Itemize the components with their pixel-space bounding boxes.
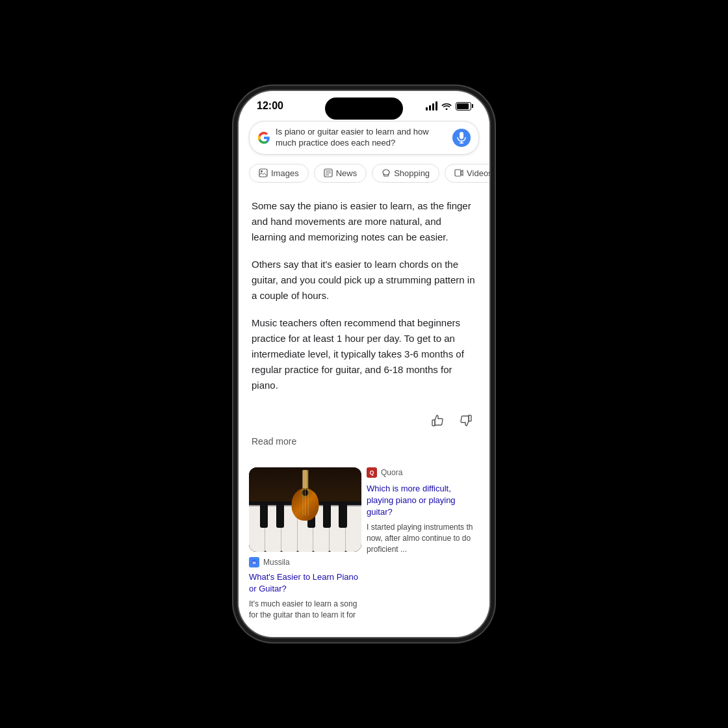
battery-icon bbox=[456, 102, 471, 110]
answer-paragraph-2: Others say that it's easier to learn cho… bbox=[252, 257, 476, 304]
answer-paragraph-3: Music teachers often recommend that begi… bbox=[252, 315, 476, 393]
mussila-card-title[interactable]: What's Easier to Learn Piano or Guitar? bbox=[249, 571, 361, 595]
wifi-icon bbox=[441, 102, 452, 110]
tab-news[interactable]: News bbox=[314, 164, 367, 183]
news-tab-label: News bbox=[336, 168, 358, 178]
read-more-link[interactable]: Read more bbox=[252, 434, 476, 457]
shopping-tab-icon bbox=[382, 168, 391, 177]
cards-section: M Mussila What's Easier to Learn Piano o… bbox=[239, 467, 489, 631]
filter-tabs: Images News Shopping bbox=[239, 161, 489, 188]
videos-tab-label: Videos bbox=[467, 168, 489, 178]
svg-point-4 bbox=[261, 170, 263, 172]
mussila-card-snippet: It's much easier to learn a song for the… bbox=[249, 599, 361, 621]
images-tab-label: Images bbox=[271, 168, 299, 178]
thumbs-down-button[interactable] bbox=[456, 410, 476, 431]
google-logo bbox=[257, 131, 270, 144]
shopping-tab-label: Shopping bbox=[394, 168, 430, 178]
mussila-icon: M bbox=[249, 557, 259, 567]
card-image-mussila bbox=[249, 467, 361, 552]
news-tab-icon bbox=[324, 168, 333, 177]
svg-rect-10 bbox=[455, 170, 461, 176]
quora-card-title[interactable]: Which is more difficult, playing piano o… bbox=[367, 483, 479, 519]
status-time: 12:00 bbox=[257, 100, 283, 112]
search-bar-container: Is piano or guitar easier to learn and h… bbox=[239, 117, 489, 161]
images-tab-icon bbox=[259, 168, 268, 177]
quora-icon: Q bbox=[367, 467, 377, 478]
svg-rect-0 bbox=[460, 132, 463, 139]
answer-section: Some say the piano is easier to learn, a… bbox=[239, 188, 489, 467]
videos-tab-icon bbox=[454, 168, 463, 177]
tab-videos[interactable]: Videos bbox=[445, 164, 489, 183]
tab-images[interactable]: Images bbox=[249, 164, 309, 183]
svg-text:M: M bbox=[253, 561, 256, 565]
status-icons bbox=[426, 101, 471, 110]
search-query: Is piano or guitar easier to learn and h… bbox=[276, 127, 447, 149]
dynamic-island bbox=[325, 98, 403, 120]
content-area[interactable]: Some say the piano is easier to learn, a… bbox=[239, 188, 489, 637]
quora-source-name: Quora bbox=[381, 468, 402, 477]
card-quora[interactable]: Q Quora Which is more difficult, playing… bbox=[364, 467, 489, 621]
thumbs-up-button[interactable] bbox=[427, 410, 448, 431]
card-source-mussila: M Mussila bbox=[249, 557, 361, 567]
search-bar[interactable]: Is piano or guitar easier to learn and h… bbox=[249, 121, 479, 155]
card-mussila[interactable]: M Mussila What's Easier to Learn Piano o… bbox=[239, 467, 364, 621]
quora-card-snippet: I started playing instruments th now, af… bbox=[367, 522, 479, 554]
phone-frame: 12:00 bbox=[237, 90, 491, 638]
mussila-source-name: Mussila bbox=[263, 558, 290, 567]
signal-bars-icon bbox=[426, 101, 437, 110]
card-source-quora: Q Quora bbox=[367, 467, 479, 478]
feedback-row bbox=[252, 405, 476, 434]
svg-rect-3 bbox=[259, 169, 267, 177]
answer-paragraph-1: Some say the piano is easier to learn, a… bbox=[252, 198, 476, 245]
mic-button[interactable] bbox=[452, 129, 471, 147]
screen: 12:00 bbox=[239, 91, 489, 637]
tab-shopping[interactable]: Shopping bbox=[372, 164, 439, 183]
